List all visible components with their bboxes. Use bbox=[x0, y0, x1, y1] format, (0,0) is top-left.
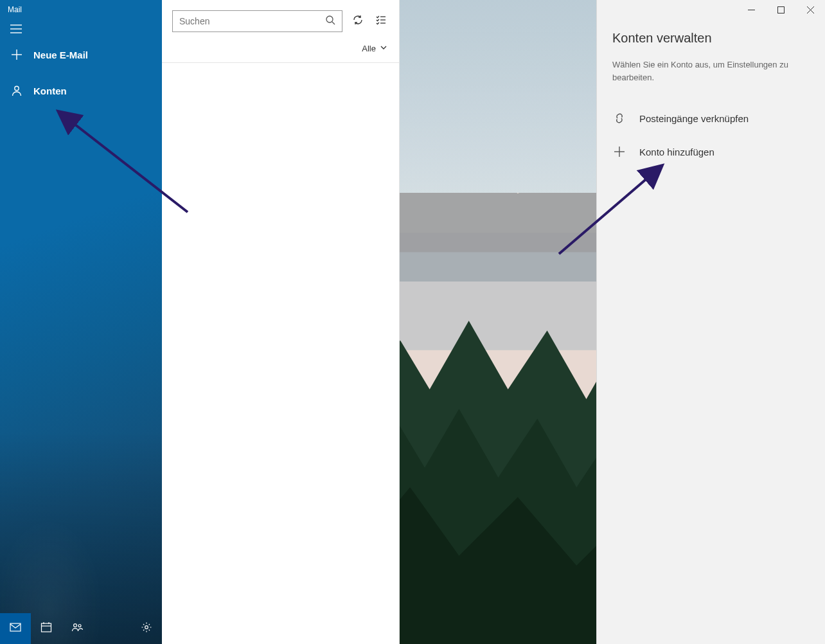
footer-mail-button[interactable] bbox=[0, 613, 31, 644]
chevron-down-icon bbox=[380, 44, 387, 53]
link-inboxes-button[interactable]: Posteingänge verknüpfen bbox=[597, 102, 825, 135]
calendar-icon bbox=[40, 622, 52, 636]
add-account-button[interactable]: Konto hinzufügen bbox=[597, 135, 825, 168]
message-list-column: Alle bbox=[162, 0, 400, 644]
person-icon bbox=[10, 85, 23, 96]
close-button[interactable] bbox=[795, 0, 825, 21]
search-row bbox=[162, 0, 399, 37]
manage-accounts-panel: Konten verwalten Wählen Sie ein Konto au… bbox=[596, 0, 825, 644]
svg-rect-7 bbox=[42, 623, 51, 632]
gear-icon bbox=[141, 622, 152, 636]
svg-point-5 bbox=[15, 86, 19, 90]
search-box[interactable] bbox=[172, 10, 342, 32]
footer-people-button[interactable] bbox=[62, 613, 93, 644]
svg-rect-6 bbox=[10, 623, 21, 631]
select-mode-button[interactable] bbox=[373, 13, 389, 29]
panel-title: Konten verwalten bbox=[597, 21, 825, 58]
footer-calendar-button[interactable] bbox=[31, 613, 62, 644]
maximize-button[interactable] bbox=[766, 0, 795, 21]
svg-point-16 bbox=[74, 624, 77, 627]
footer-settings-button[interactable] bbox=[131, 613, 162, 644]
sidebar-item-accounts[interactable]: Konten bbox=[0, 76, 162, 105]
refresh-button[interactable] bbox=[350, 13, 366, 29]
accounts-label: Konten bbox=[33, 85, 67, 96]
filter-dropdown[interactable]: Alle bbox=[162, 37, 399, 63]
svg-point-18 bbox=[145, 626, 148, 629]
plus-icon bbox=[612, 145, 626, 158]
mail-icon bbox=[10, 622, 21, 636]
panel-subtitle: Wählen Sie ein Konto aus, um Einstellung… bbox=[597, 58, 825, 102]
search-icon bbox=[325, 15, 335, 28]
svg-line-20 bbox=[332, 22, 335, 24]
hamburger-icon bbox=[10, 26, 22, 37]
checklist-icon bbox=[375, 14, 387, 28]
link-icon bbox=[612, 112, 626, 125]
plus-icon bbox=[10, 49, 23, 60]
refresh-icon bbox=[352, 14, 364, 28]
link-inboxes-label: Posteingänge verknüpfen bbox=[639, 113, 749, 124]
svg-point-19 bbox=[326, 16, 333, 22]
window-controls bbox=[597, 0, 825, 21]
people-icon bbox=[71, 622, 83, 636]
app-title: Mail bbox=[0, 0, 162, 17]
maximize-icon bbox=[777, 4, 785, 16]
minimize-button[interactable] bbox=[736, 0, 766, 21]
filter-label: Alle bbox=[362, 44, 376, 53]
new-mail-label: Neue E-Mail bbox=[33, 49, 88, 60]
search-input[interactable] bbox=[179, 16, 325, 26]
sidebar-footer bbox=[0, 613, 162, 644]
svg-rect-26 bbox=[777, 7, 784, 13]
sidebar: Mail Neue E-Mail Konten bbox=[0, 0, 162, 644]
minimize-icon bbox=[748, 4, 755, 16]
hamburger-button[interactable] bbox=[0, 17, 162, 40]
new-mail-button[interactable]: Neue E-Mail bbox=[0, 40, 162, 69]
add-account-label: Konto hinzufügen bbox=[639, 147, 714, 157]
svg-point-17 bbox=[78, 625, 81, 627]
close-icon bbox=[807, 4, 814, 16]
